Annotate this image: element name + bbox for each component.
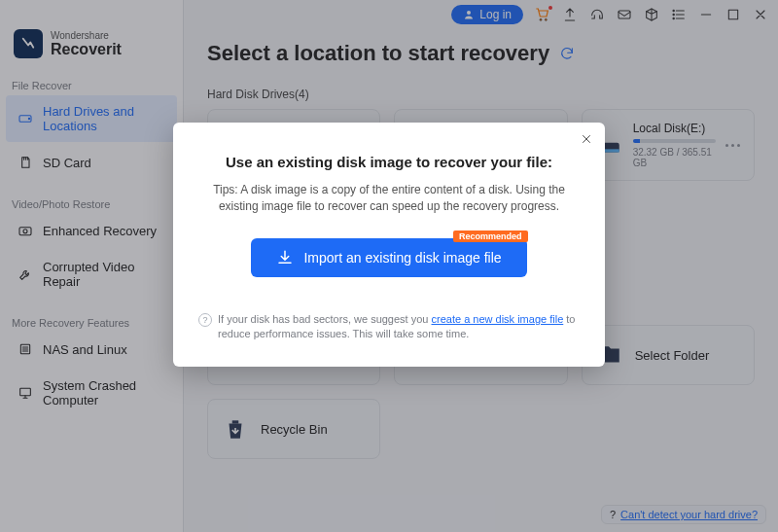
modal-footnote: ? If your disk has bad sectors, we sugge…: [198, 312, 580, 341]
download-icon: [276, 249, 294, 266]
foot-prefix: If your disk has bad sectors, we suggest…: [218, 313, 432, 325]
modal-overlay: Use an existing disk image to recover yo…: [0, 0, 778, 532]
modal-title: Use an existing disk image to recover yo…: [198, 154, 580, 170]
import-disk-image-button[interactable]: Recommended Import an existing disk imag…: [251, 238, 526, 277]
recommended-badge: Recommended: [453, 231, 528, 242]
disk-image-modal: Use an existing disk image to recover yo…: [173, 123, 605, 367]
import-button-label: Import an existing disk image file: [303, 250, 501, 266]
create-disk-image-link[interactable]: create a new disk image file: [432, 313, 564, 325]
help-icon: ?: [198, 313, 212, 327]
modal-close-icon[interactable]: [580, 132, 593, 149]
modal-tips: Tips: A disk image is a copy of the enti…: [200, 182, 578, 215]
